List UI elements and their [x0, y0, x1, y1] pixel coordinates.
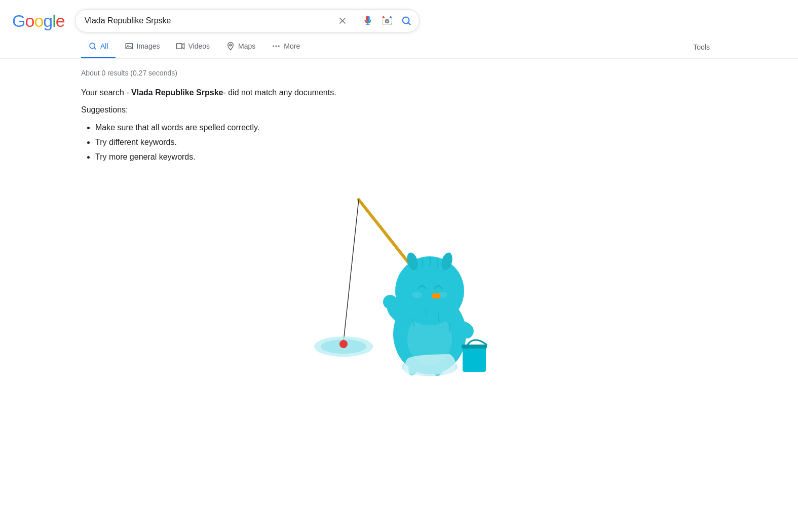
voice-search-button[interactable]: [359, 12, 376, 29]
close-icon: [337, 16, 348, 26]
header: Google Vlada Republike Srpske: [0, 0, 798, 32]
more-tab-icon: [272, 42, 281, 51]
svg-point-20: [383, 295, 397, 309]
search-bar: Vlada Republike Srpske: [75, 9, 420, 32]
tab-maps-label: Maps: [238, 42, 255, 50]
nav-bar: All Images Videos: [0, 35, 798, 59]
no-match-query: Vlada Republike Srpske: [131, 88, 223, 97]
tab-more[interactable]: More: [264, 35, 307, 58]
all-tab-icon: [88, 42, 97, 51]
dots-icon: [272, 42, 281, 51]
lens-icon: [382, 15, 393, 26]
suggestion-3: Try more general keywords.: [95, 150, 717, 165]
suggestions-list: Make sure that all words are spelled cor…: [81, 121, 717, 164]
tab-images-label: Images: [137, 42, 160, 50]
map-icon: [226, 42, 235, 51]
lens-button[interactable]: [378, 12, 396, 29]
search-small-icon: [88, 42, 97, 51]
clear-button[interactable]: [334, 13, 351, 29]
no-match-prefix: Your search -: [81, 88, 131, 97]
maps-tab-icon: [226, 42, 235, 51]
svg-point-16: [339, 340, 348, 348]
logo-e: e: [56, 11, 65, 30]
tab-all-label: All: [100, 42, 108, 50]
logo-g1: G: [12, 11, 25, 30]
tab-images[interactable]: Images: [118, 35, 167, 58]
svg-line-13: [344, 200, 359, 341]
no-match-suffix: - did not match any documents.: [223, 88, 336, 97]
tools-button[interactable]: Tools: [686, 37, 717, 57]
tab-all[interactable]: All: [81, 35, 116, 58]
tab-more-label: More: [284, 42, 300, 50]
logo-o2: o: [34, 11, 43, 30]
no-results-message: Your search - Vlada Republike Srpske- di…: [81, 88, 717, 97]
svg-point-10: [276, 46, 277, 47]
svg-rect-7: [177, 44, 182, 49]
suggestion-1: Make sure that all words are spelled cor…: [95, 121, 717, 135]
no-results-illustration: [81, 184, 717, 387]
results-count: About 0 results (0.27 seconds): [81, 69, 717, 77]
search-icon: [401, 15, 412, 26]
tab-videos[interactable]: Videos: [169, 35, 217, 58]
video-icon: [176, 42, 185, 51]
svg-rect-0: [383, 18, 392, 25]
logo-o1: o: [25, 11, 34, 30]
nav-tabs: All Images Videos: [81, 35, 307, 58]
google-logo[interactable]: Google: [12, 12, 65, 29]
images-tab-icon: [125, 42, 134, 51]
suggestions-label: Suggestions:: [81, 105, 717, 115]
suggestion-2: Try different keywords.: [95, 135, 717, 150]
svg-point-21: [395, 256, 464, 325]
search-bar-icons: [334, 12, 415, 29]
logo-text: Google: [12, 12, 65, 29]
image-icon: [125, 42, 134, 51]
svg-point-24: [412, 292, 422, 298]
results-area: About 0 results (0.27 seconds) Your sear…: [0, 59, 798, 397]
svg-rect-26: [432, 293, 440, 298]
search-input[interactable]: Vlada Republike Srpske: [85, 16, 334, 25]
videos-tab-icon: [176, 42, 185, 51]
svg-point-9: [273, 46, 275, 47]
tab-videos-label: Videos: [188, 42, 210, 50]
svg-point-6: [127, 45, 128, 46]
tab-maps[interactable]: Maps: [219, 35, 262, 58]
svg-rect-28: [462, 345, 487, 349]
search-submit-button[interactable]: [398, 12, 415, 29]
svg-point-8: [230, 44, 232, 46]
logo-g2: g: [43, 11, 52, 30]
fishing-scene-svg: [278, 184, 521, 387]
mic-icon: [362, 15, 373, 26]
divider: [355, 15, 355, 27]
svg-point-2: [386, 20, 388, 23]
svg-point-11: [278, 46, 280, 47]
svg-rect-27: [463, 346, 486, 372]
